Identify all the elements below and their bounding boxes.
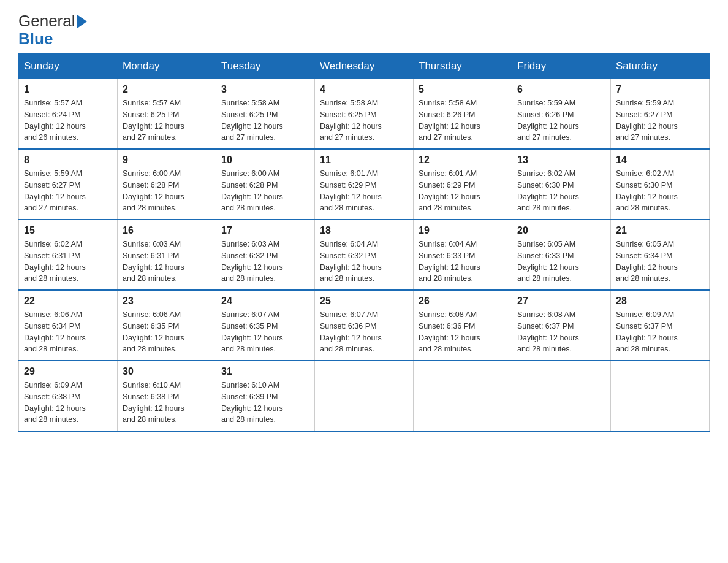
- daylight-label: Daylight: 12 hours: [123, 334, 184, 342]
- sunset-label: Sunset: 6:37 PM: [616, 322, 672, 331]
- calendar-cell: [414, 361, 512, 431]
- calendar-cell: 12 Sunrise: 6:01 AM Sunset: 6:29 PM Dayl…: [414, 149, 512, 220]
- calendar-cell: 3 Sunrise: 5:58 AM Sunset: 6:25 PM Dayli…: [216, 79, 315, 150]
- calendar-cell: 11 Sunrise: 6:01 AM Sunset: 6:29 PM Dayl…: [315, 149, 414, 220]
- daylight-label: Daylight: 12 hours: [24, 334, 86, 342]
- daylight-label: Daylight: 12 hours: [24, 263, 86, 272]
- sunrise-label: Sunrise: 6:02 AM: [24, 240, 82, 248]
- sunrise-label: Sunrise: 5:58 AM: [320, 99, 378, 107]
- day-info: Sunrise: 6:00 AM Sunset: 6:28 PM Dayligh…: [221, 168, 309, 214]
- day-info: Sunrise: 5:58 AM Sunset: 6:25 PM Dayligh…: [221, 98, 309, 144]
- calendar-week-4: 22 Sunrise: 6:06 AM Sunset: 6:34 PM Dayl…: [19, 290, 710, 361]
- daylight-label: Daylight: 12 hours: [616, 122, 678, 131]
- calendar-cell: 27 Sunrise: 6:08 AM Sunset: 6:37 PM Dayl…: [512, 290, 611, 361]
- day-number: 15: [24, 225, 112, 236]
- daylight-minutes: and 28 minutes.: [221, 274, 276, 283]
- sunrise-label: Sunrise: 6:09 AM: [24, 381, 82, 389]
- daylight-minutes: and 28 minutes.: [517, 274, 572, 283]
- sunrise-label: Sunrise: 5:57 AM: [24, 99, 82, 107]
- column-header-thursday: Thursday: [414, 54, 512, 79]
- daylight-minutes: and 28 minutes.: [24, 345, 78, 353]
- sunrise-label: Sunrise: 6:06 AM: [24, 310, 82, 319]
- day-info: Sunrise: 6:05 AM Sunset: 6:33 PM Dayligh…: [517, 239, 605, 285]
- daylight-minutes: and 28 minutes.: [123, 345, 177, 353]
- sunrise-label: Sunrise: 5:57 AM: [123, 99, 181, 107]
- sunset-label: Sunset: 6:29 PM: [320, 181, 376, 190]
- column-header-wednesday: Wednesday: [315, 54, 414, 79]
- sunset-label: Sunset: 6:25 PM: [123, 110, 179, 119]
- daylight-label: Daylight: 12 hours: [616, 263, 678, 272]
- column-header-sunday: Sunday: [19, 54, 118, 79]
- daylight-label: Daylight: 12 hours: [616, 193, 678, 201]
- calendar-cell: 25 Sunrise: 6:07 AM Sunset: 6:36 PM Dayl…: [315, 290, 414, 361]
- daylight-minutes: and 28 minutes.: [320, 204, 374, 212]
- day-info: Sunrise: 6:10 AM Sunset: 6:39 PM Dayligh…: [221, 380, 309, 426]
- calendar-cell: 16 Sunrise: 6:03 AM Sunset: 6:31 PM Dayl…: [118, 220, 216, 290]
- sunrise-label: Sunrise: 6:04 AM: [419, 240, 477, 248]
- day-info: Sunrise: 6:09 AM Sunset: 6:37 PM Dayligh…: [616, 309, 704, 355]
- daylight-minutes: and 28 minutes.: [419, 345, 473, 353]
- calendar-header-row: SundayMondayTuesdayWednesdayThursdayFrid…: [19, 54, 710, 79]
- day-info: Sunrise: 6:06 AM Sunset: 6:35 PM Dayligh…: [123, 309, 211, 355]
- sunset-label: Sunset: 6:39 PM: [221, 393, 278, 401]
- day-number: 5: [419, 84, 507, 95]
- calendar-week-1: 1 Sunrise: 5:57 AM Sunset: 6:24 PM Dayli…: [19, 79, 710, 150]
- sunrise-label: Sunrise: 5:59 AM: [616, 99, 674, 107]
- calendar-cell: 19 Sunrise: 6:04 AM Sunset: 6:33 PM Dayl…: [414, 220, 512, 290]
- sunrise-label: Sunrise: 6:01 AM: [419, 169, 477, 178]
- calendar-cell: 18 Sunrise: 6:04 AM Sunset: 6:32 PM Dayl…: [315, 220, 414, 290]
- sunset-label: Sunset: 6:32 PM: [221, 251, 278, 260]
- daylight-minutes: and 28 minutes.: [320, 274, 374, 283]
- day-number: 8: [24, 155, 112, 166]
- day-info: Sunrise: 6:05 AM Sunset: 6:34 PM Dayligh…: [616, 239, 704, 285]
- day-info: Sunrise: 6:08 AM Sunset: 6:36 PM Dayligh…: [419, 309, 507, 355]
- logo-triangle-icon: [77, 15, 87, 28]
- sunrise-label: Sunrise: 6:08 AM: [419, 310, 477, 319]
- sunrise-label: Sunrise: 6:10 AM: [221, 381, 279, 389]
- day-number: 29: [24, 366, 112, 377]
- calendar-cell: [315, 361, 414, 431]
- daylight-label: Daylight: 12 hours: [221, 263, 283, 272]
- daylight-minutes: and 27 minutes.: [616, 133, 670, 142]
- daylight-label: Daylight: 12 hours: [419, 334, 480, 342]
- calendar-cell: 6 Sunrise: 5:59 AM Sunset: 6:26 PM Dayli…: [512, 79, 611, 150]
- daylight-label: Daylight: 12 hours: [419, 122, 480, 131]
- column-header-friday: Friday: [512, 54, 611, 79]
- day-number: 4: [320, 84, 408, 95]
- page-header: General Blue: [18, 12, 710, 47]
- sunset-label: Sunset: 6:34 PM: [616, 251, 672, 260]
- daylight-minutes: and 27 minutes.: [320, 133, 374, 142]
- sunset-label: Sunset: 6:27 PM: [616, 110, 672, 119]
- sunset-label: Sunset: 6:31 PM: [24, 251, 80, 260]
- sunset-label: Sunset: 6:30 PM: [517, 181, 574, 190]
- day-number: 9: [123, 155, 211, 166]
- sunset-label: Sunset: 6:33 PM: [419, 251, 475, 260]
- daylight-label: Daylight: 12 hours: [517, 263, 579, 272]
- daylight-label: Daylight: 12 hours: [221, 404, 283, 413]
- day-number: 26: [419, 296, 507, 307]
- daylight-minutes: and 28 minutes.: [123, 204, 177, 212]
- day-number: 2: [123, 84, 211, 95]
- daylight-minutes: and 28 minutes.: [616, 345, 670, 353]
- daylight-minutes: and 28 minutes.: [123, 415, 177, 424]
- day-number: 22: [24, 296, 112, 307]
- sunrise-label: Sunrise: 6:05 AM: [517, 240, 575, 248]
- sunset-label: Sunset: 6:35 PM: [123, 322, 179, 331]
- daylight-minutes: and 28 minutes.: [320, 345, 374, 353]
- day-info: Sunrise: 5:59 AM Sunset: 6:27 PM Dayligh…: [616, 98, 704, 144]
- daylight-label: Daylight: 12 hours: [221, 193, 283, 201]
- sunset-label: Sunset: 6:33 PM: [517, 251, 574, 260]
- day-number: 18: [320, 225, 408, 236]
- day-info: Sunrise: 6:02 AM Sunset: 6:30 PM Dayligh…: [616, 168, 704, 214]
- sunset-label: Sunset: 6:35 PM: [221, 322, 278, 331]
- calendar-cell: 17 Sunrise: 6:03 AM Sunset: 6:32 PM Dayl…: [216, 220, 315, 290]
- day-info: Sunrise: 6:03 AM Sunset: 6:32 PM Dayligh…: [221, 239, 309, 285]
- calendar-cell: 23 Sunrise: 6:06 AM Sunset: 6:35 PM Dayl…: [118, 290, 216, 361]
- calendar-cell: 9 Sunrise: 6:00 AM Sunset: 6:28 PM Dayli…: [118, 149, 216, 220]
- calendar-cell: 13 Sunrise: 6:02 AM Sunset: 6:30 PM Dayl…: [512, 149, 611, 220]
- daylight-minutes: and 27 minutes.: [221, 133, 276, 142]
- daylight-minutes: and 27 minutes.: [123, 133, 177, 142]
- calendar-week-2: 8 Sunrise: 5:59 AM Sunset: 6:27 PM Dayli…: [19, 149, 710, 220]
- daylight-minutes: and 27 minutes.: [517, 133, 572, 142]
- day-number: 3: [221, 84, 309, 95]
